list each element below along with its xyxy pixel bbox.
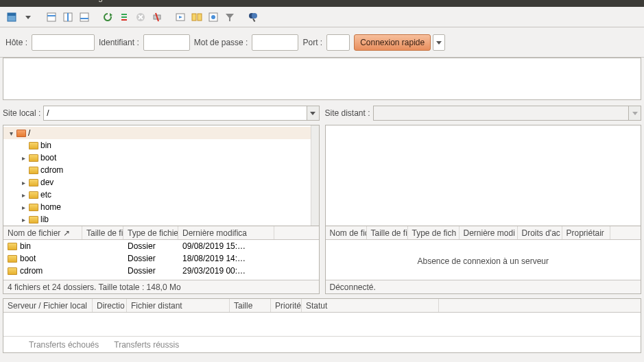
search-button[interactable] [246, 10, 261, 25]
tree-item[interactable]: ▸dev [3, 176, 319, 189]
pass-label: Mot de passe : [194, 38, 248, 47]
list-item[interactable]: bootDossier18/08/2019 14:… [3, 252, 319, 265]
file-date: 18/08/2019 14:… [178, 254, 274, 263]
dir-compare-button[interactable] [189, 10, 204, 25]
tree-item[interactable]: ▸lib [3, 213, 319, 226]
expand-icon[interactable]: ▸ [20, 216, 27, 224]
column-header[interactable]: Serveur / Fichier local [3, 299, 93, 312]
svg-marker-29 [310, 112, 315, 115]
tree-item[interactable]: cdrom [3, 164, 319, 176]
column-header[interactable]: Taille de fi [367, 226, 408, 239]
expand-icon[interactable]: ▸ [20, 154, 27, 162]
svg-marker-30 [632, 112, 638, 115]
folder-icon [29, 204, 38, 211]
column-header[interactable]: Statut [302, 299, 439, 312]
local-path-input[interactable] [43, 106, 307, 121]
queue-tabs: Transferts échoués Transferts réussis [3, 336, 641, 352]
column-header[interactable]: Dernière modifica [178, 226, 274, 239]
toggle-tree-button[interactable] [60, 10, 75, 25]
svg-point-26 [252, 13, 257, 19]
column-header[interactable]: Nom de fichier ↗ [3, 226, 82, 239]
file-type: Dossier [123, 241, 178, 251]
column-header[interactable]: Directio [93, 299, 127, 312]
toggle-log-button[interactable] [44, 10, 59, 25]
tree-item[interactable]: ▸etc [3, 189, 319, 201]
folder-icon [29, 142, 38, 149]
list-item[interactable]: cdromDossier29/03/2019 00:… [3, 265, 319, 277]
host-input[interactable] [32, 34, 95, 51]
svg-point-23 [211, 15, 215, 19]
quickconnect-history-dropdown[interactable] [433, 34, 445, 51]
site-manager-button[interactable] [4, 10, 19, 25]
list-item[interactable]: binDossier09/08/2019 15:… [3, 240, 319, 252]
remote-empty-msg: Absence de connexion à un serveur [326, 240, 641, 280]
expand-icon[interactable]: ▸ [20, 204, 27, 211]
process-queue-button[interactable] [117, 10, 132, 25]
toggle-queue-button[interactable] [77, 10, 92, 25]
tree-item-label: home [40, 202, 61, 212]
message-log[interactable] [3, 58, 641, 100]
column-header[interactable]: Propriétair [562, 226, 610, 239]
site-manager-dropdown[interactable] [21, 10, 36, 25]
transfer-queue[interactable]: Serveur / Fichier localDirectioFichier d… [3, 298, 641, 353]
svg-marker-28 [436, 41, 442, 45]
cancel-button[interactable] [133, 10, 148, 25]
folder-icon [8, 267, 17, 275]
tree-item-label: bin [40, 141, 51, 150]
column-header[interactable]: Taille [230, 299, 271, 312]
tree-item[interactable]: ▸boot [3, 152, 319, 164]
port-label: Port : [302, 38, 322, 47]
port-input[interactable] [326, 34, 350, 51]
host-label: Hôte : [5, 38, 27, 47]
local-path-dropdown[interactable] [307, 106, 320, 121]
disconnect-button[interactable] [150, 10, 165, 25]
svg-rect-1 [8, 13, 16, 16]
quickconnect-button[interactable]: Connexion rapide [354, 34, 431, 51]
column-header[interactable]: Taille de fic [82, 226, 123, 239]
sync-browse-button[interactable] [206, 10, 221, 25]
folder-icon [29, 179, 38, 186]
folder-icon [8, 255, 17, 263]
column-header[interactable]: Fichier distant [127, 299, 230, 312]
tab-failed[interactable]: Transferts échoués [23, 338, 105, 351]
tree-item-label: cdrom [40, 165, 63, 175]
tree-item[interactable]: ▸home [3, 201, 319, 213]
column-header[interactable]: Type de fich [408, 226, 460, 239]
local-tree[interactable]: ▾/bin▸bootcdrom▸dev▸etc▸home▸lib [3, 125, 320, 226]
svg-marker-2 [25, 16, 31, 19]
reconnect-button[interactable] [173, 10, 188, 25]
remote-path-input [373, 106, 629, 121]
column-header[interactable]: Type de fichier [123, 226, 178, 239]
expand-icon[interactable]: ▸ [20, 191, 27, 199]
remote-pane: Site distant : Nom de ficTaille de fiTyp… [325, 103, 642, 294]
pass-input[interactable] [252, 34, 298, 51]
file-type: Dossier [123, 254, 178, 263]
folder-icon [16, 130, 26, 137]
tab-success[interactable]: Transferts réussis [108, 338, 185, 351]
user-input[interactable] [143, 34, 190, 51]
local-file-list[interactable]: Nom de fichier ↗Taille de ficType de fic… [3, 226, 320, 294]
column-header[interactable]: Droits d'ac [518, 226, 562, 239]
tab-queued[interactable] [8, 338, 20, 351]
refresh-button[interactable] [100, 10, 115, 25]
expand-icon[interactable]: ▾ [8, 130, 14, 137]
tree-item[interactable]: bin [3, 139, 319, 152]
file-name: boot [20, 254, 36, 263]
scrollbar[interactable] [311, 125, 319, 226]
remote-path-dropdown [629, 106, 641, 121]
expand-icon[interactable]: ▸ [20, 179, 27, 186]
column-header[interactable]: Dernière modi [460, 226, 518, 239]
tree-item-label: boot [40, 153, 56, 162]
svg-rect-27 [252, 18, 255, 21]
column-header[interactable]: Nom de fic [326, 226, 367, 239]
tree-item[interactable]: ▾/ [3, 127, 319, 139]
svg-rect-20 [192, 14, 196, 21]
file-name: cdrom [20, 266, 43, 276]
remote-tree [325, 125, 642, 226]
svg-rect-3 [47, 13, 56, 21]
file-date: 29/03/2019 00:… [178, 266, 274, 276]
column-header[interactable]: Priorité [271, 299, 302, 312]
folder-icon [8, 243, 17, 250]
filter-button[interactable] [222, 10, 237, 25]
user-label: Identifiant : [99, 38, 139, 47]
